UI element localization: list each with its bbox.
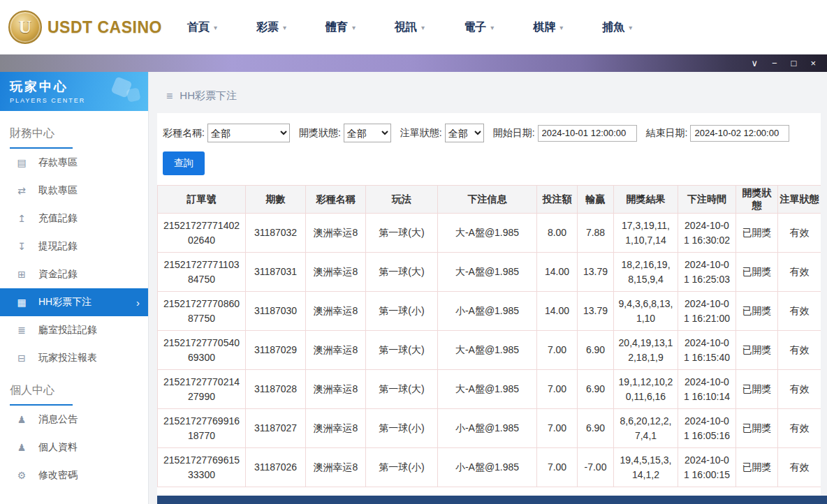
- nav-item[interactable]: 體育▾: [306, 0, 375, 54]
- chevron-down-icon: ▾: [490, 24, 494, 31]
- sidebar: 玩家中心 PLAYERS CENTER 財務中心▤存款專區⇄取款專區↥充值記錄↧…: [0, 72, 149, 504]
- filter-bar: 彩種名稱: 全部 開獎狀態: 全部 注單狀態: 全部: [157, 124, 821, 142]
- cell-order-no: 2152172777110384750: [158, 253, 246, 292]
- sidebar-item[interactable]: ▦HH彩票下注›: [0, 288, 148, 316]
- cell-order-status: 有效: [778, 331, 821, 370]
- order-status-label: 注單狀態:: [400, 127, 442, 140]
- sidebar-item[interactable]: ♟個人資料: [0, 433, 148, 461]
- window-titlebar: ∨−□×: [0, 54, 827, 72]
- chevron-down-icon: ▾: [421, 24, 425, 31]
- col-header-order-status: 注單狀態: [778, 186, 821, 214]
- cell-draw-status: 已開獎: [736, 292, 778, 331]
- cell-draw-status: 已開獎: [736, 370, 778, 409]
- chevron-down-icon: ▾: [352, 24, 356, 31]
- sidebar-item[interactable]: ⊟玩家投注報表: [0, 344, 148, 372]
- cell-draw-status: 已開獎: [736, 448, 778, 487]
- sidebar-item[interactable]: ♟消息公告: [0, 406, 148, 433]
- cell-bet-time: 2024-10-01 16:25:03: [678, 253, 736, 292]
- cell-bet-amount: 14.00: [537, 253, 578, 292]
- end-date-input[interactable]: [690, 125, 789, 142]
- cell-draw-status: 已開獎: [736, 214, 778, 253]
- cell-order-status: 有效: [778, 448, 821, 487]
- minimize-icon[interactable]: −: [772, 59, 777, 68]
- col-header-bet-amount: 投注額: [537, 186, 578, 214]
- cell-bet-amount: 7.00: [537, 448, 578, 487]
- cell-draw-result: 18,2,16,19,8,15,9,4: [614, 253, 678, 292]
- nav-item-label: 彩票: [256, 20, 279, 35]
- sidebar-item-label: 玩家投注報表: [38, 352, 97, 364]
- funds-record-icon: ⊞: [15, 269, 28, 280]
- sidebar-item[interactable]: ▤存款專區: [0, 149, 148, 177]
- col-header-bet-info: 下注信息: [438, 186, 537, 214]
- cell-period: 31187029: [246, 331, 306, 370]
- cell-order-no: 2152172777021427990: [158, 370, 246, 409]
- bet-table: 訂單號期數彩種名稱玩法下注信息投注額輸贏開獎結果下注時間開獎狀態注單狀態 215…: [157, 185, 821, 487]
- cell-draw-status: 已開獎: [736, 331, 778, 370]
- horizontal-scrollbar[interactable]: [157, 496, 827, 504]
- cell-period: 31187030: [246, 292, 306, 331]
- cell-period: 31187028: [246, 370, 306, 409]
- nav-item[interactable]: 電子▾: [444, 0, 513, 54]
- nav-item-label: 棋牌: [533, 20, 555, 35]
- cell-lottery-name: 澳洲幸运8: [306, 331, 366, 370]
- cell-draw-status: 已開獎: [736, 253, 778, 292]
- sidebar-item-label: HH彩票下注: [38, 296, 92, 309]
- maximize-icon[interactable]: □: [791, 59, 797, 68]
- query-button[interactable]: 查詢: [163, 151, 205, 175]
- nav-item[interactable]: 彩票▾: [237, 0, 306, 54]
- nav-item[interactable]: 視訊▾: [375, 0, 444, 54]
- col-header-bet-time: 下注時間: [678, 186, 736, 214]
- table-row: 215217277696153330031187026澳洲幸运8第一球(小)小-…: [158, 448, 821, 487]
- order-status-select[interactable]: 全部: [445, 124, 484, 142]
- cell-period: 31187031: [246, 253, 306, 292]
- sidebar-item-label: 取款專區: [38, 184, 78, 197]
- sidebar-item[interactable]: ⊞資金記錄: [0, 260, 148, 288]
- sidebar-item[interactable]: ↥充值記錄: [0, 205, 148, 232]
- lottery-name-select[interactable]: 全部: [207, 124, 290, 142]
- sidebar-item-label: 修改密碼: [38, 469, 78, 482]
- col-header-lottery-name: 彩種名稱: [306, 186, 366, 214]
- hamburger-menu-icon[interactable]: ≡: [166, 90, 173, 103]
- nav-item[interactable]: 棋牌▾: [513, 0, 583, 54]
- deposit-icon: ▤: [15, 157, 28, 168]
- cell-bet-amount: 7.00: [537, 409, 578, 448]
- nav-item[interactable]: 首頁▾: [168, 0, 237, 54]
- cell-play: 第一球(小): [366, 409, 438, 448]
- password-gear-icon: ⚙: [15, 470, 28, 481]
- col-header-order-no: 訂單號: [158, 186, 246, 214]
- sidebar-item[interactable]: ↧提現記錄: [0, 232, 148, 260]
- cell-bet-info: 小-A盤@1.985: [438, 292, 537, 331]
- cell-order-status: 有效: [778, 292, 821, 331]
- sidebar-item[interactable]: ⇄取款專區: [0, 177, 148, 205]
- main-area: ≡ HH彩票下注 彩種名稱: 全部 開獎狀態: 全部 注單狀態:: [149, 72, 827, 504]
- sidebar-item[interactable]: ≣廳室投註記錄: [0, 316, 148, 344]
- table-header-row: 訂單號期數彩種名稱玩法下注信息投注額輸贏開獎結果下注時間開獎狀態注單狀態: [158, 186, 821, 214]
- announcement-icon: ♟: [15, 414, 28, 425]
- start-date-input[interactable]: [538, 125, 637, 142]
- cell-play: 第一球(大): [366, 253, 438, 292]
- lottery-bet-icon: ▦: [15, 297, 28, 308]
- withdraw-icon: ⇄: [15, 185, 28, 196]
- sidebar-item[interactable]: ⚙修改密碼: [0, 461, 148, 489]
- cell-draw-result: 17,3,19,11,1,10,7,14: [614, 214, 678, 253]
- sidebar-header: 玩家中心 PLAYERS CENTER: [0, 72, 148, 111]
- close-icon[interactable]: ×: [810, 59, 816, 68]
- collapse-icon[interactable]: ∨: [751, 59, 758, 68]
- cell-order-no: 2152172776961533300: [158, 448, 246, 487]
- sidebar-section-title: 個人中心: [10, 383, 73, 406]
- draw-status-label: 開獎狀態:: [299, 127, 341, 140]
- cell-play: 第一球(小): [366, 292, 438, 331]
- cell-win-loss: -7.00: [578, 448, 614, 487]
- cell-draw-result: 9,4,3,6,8,13,1,10: [614, 292, 678, 331]
- cell-win-loss: 13.79: [578, 292, 614, 331]
- nav-item-label: 電子: [464, 20, 486, 35]
- cell-draw-result: 19,4,5,15,3,14,1,2: [614, 448, 678, 487]
- nav-item[interactable]: 捕魚▾: [583, 0, 652, 54]
- cell-play: 第一球(大): [366, 331, 438, 370]
- cell-bet-amount: 14.00: [537, 292, 578, 331]
- table-row: 215217277699161877031187027澳洲幸运8第一球(小)小-…: [158, 409, 821, 448]
- cell-bet-info: 大-A盤@1.985: [438, 370, 537, 409]
- logo[interactable]: U USDT CASINO: [8, 10, 168, 44]
- draw-status-select[interactable]: 全部: [344, 124, 391, 142]
- sidebar-item-label: 個人資料: [38, 441, 78, 454]
